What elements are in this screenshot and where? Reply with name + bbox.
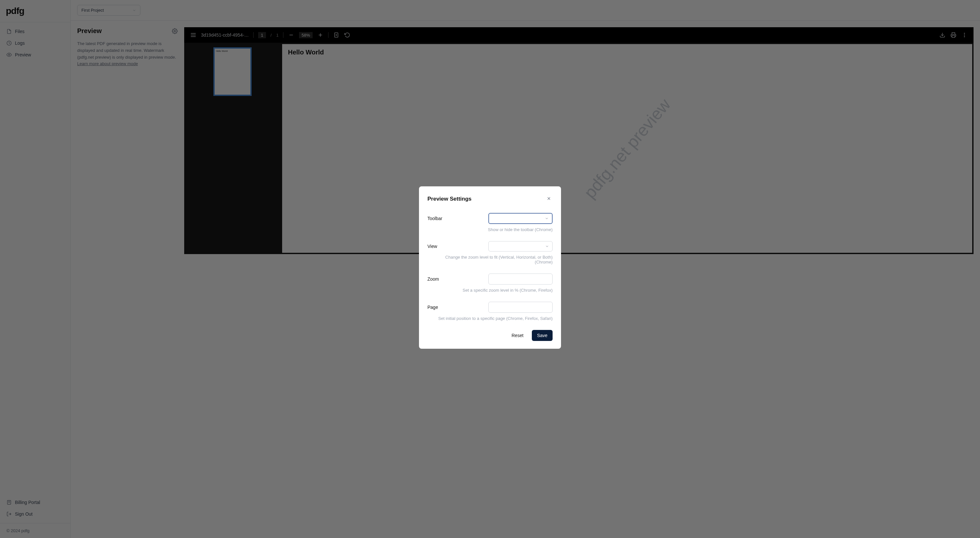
- chevron-down-icon: [545, 244, 549, 248]
- toolbar-select[interactable]: [488, 213, 553, 224]
- page-label: Page: [427, 305, 438, 310]
- zoom-input[interactable]: [488, 273, 553, 284]
- reset-button[interactable]: Reset: [506, 330, 529, 341]
- zoom-label: Zoom: [427, 276, 439, 282]
- preview-settings-modal: Preview Settings Toolbar Show or hide th…: [419, 186, 561, 349]
- zoom-help: Set a specific zoom level in % (Chrome, …: [427, 288, 553, 293]
- modal-footer: Reset Save: [427, 330, 553, 341]
- page-help: Set initial position to a specific page …: [427, 316, 553, 321]
- close-icon: [546, 196, 551, 201]
- view-label: View: [427, 244, 437, 249]
- modal-header: Preview Settings: [427, 195, 553, 203]
- modal-overlay: Preview Settings Toolbar Show or hide th…: [0, 0, 980, 538]
- field-toolbar: Toolbar Show or hide the toolbar (Chrome…: [427, 213, 553, 232]
- modal-title: Preview Settings: [427, 196, 471, 202]
- field-zoom: Zoom Set a specific zoom level in % (Chr…: [427, 273, 553, 293]
- field-view: View Change the zoom level to fit (Verti…: [427, 241, 553, 265]
- view-help: Change the zoom level to fit (Vertical, …: [427, 255, 553, 265]
- toolbar-help: Show or hide the toolbar (Chrome): [427, 227, 553, 232]
- toolbar-label: Toolbar: [427, 216, 442, 221]
- field-page: Page Set initial position to a specific …: [427, 302, 553, 321]
- page-input[interactable]: [488, 302, 553, 313]
- chevron-down-icon: [545, 216, 549, 221]
- view-select[interactable]: [488, 241, 553, 251]
- save-button[interactable]: Save: [532, 330, 553, 341]
- close-button[interactable]: [545, 195, 553, 203]
